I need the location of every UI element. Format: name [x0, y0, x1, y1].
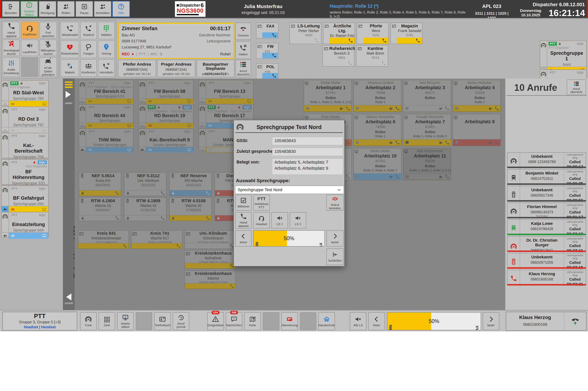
system-button[interactable]: Rollen — [57, 1, 75, 17]
bottom-button[interactable]: Haustechnik — [318, 312, 335, 330]
call-item[interactable]: Unbekannt 06602971055 Leitungsname lang … — [507, 253, 586, 269]
bottom-button[interactable]: Karte — [244, 312, 261, 330]
volume-down-button[interactable]: leiser — [235, 230, 252, 246]
hold-button[interactable]: Halten — [235, 41, 251, 59]
handset-button[interactable]: Hand apparat — [235, 212, 252, 228]
monitor-listen-button[interactable]: Mithören — [235, 195, 252, 210]
system-button[interactable]: Beenden — [2, 1, 20, 17]
call-function-button[interactable]: Ortung — [98, 40, 115, 58]
talkgroup-tile[interactable]: PTT SQU Einsatzleitung Sprechgruppe 64A — [1, 212, 49, 237]
alarm-icon — [10, 128, 15, 133]
speaker-toggle[interactable] — [2, 232, 9, 239]
talkgroup-tile[interactable]: PTT SQU PTT Originator RD Süd-West Sprec… — [1, 80, 49, 105]
bottom-button[interactable]: Ziele — [99, 312, 115, 330]
bottom-button[interactable]: 034 Ereignisliste — [207, 312, 224, 330]
talkgroup-tile[interactable]: PTT SQU BF Gefahrgut Sprechgruppe 09S — [1, 186, 49, 211]
speed-dial-tile[interactable]: FW 112 — [256, 43, 278, 59]
bottom-button[interactable]: Alarmierung — [281, 312, 298, 330]
speaker-toggle[interactable] — [2, 206, 9, 212]
audio-button[interactable]: Frei sprechen — [40, 22, 57, 38]
internal-dial-tile[interactable]: Pforte West 5101 — [357, 23, 389, 44]
all-speakers-button[interactable]: Alle LS — [350, 312, 366, 330]
volume-slider[interactable]: MIN 50% MAX — [253, 230, 325, 246]
ptt-status-box[interactable]: PTT Gruppe 3, Gruppe 5 [+3] Headset | Ha… — [2, 312, 77, 330]
audio-button[interactable]: eCall-Daten anfordern — [40, 57, 57, 77]
bottom-button[interactable]: Anruf journal — [173, 312, 189, 330]
bottom-button[interactable] — [136, 312, 152, 330]
speed-dial-tile[interactable]: POL 110 — [256, 63, 278, 79]
bottom-button[interactable]: 008 Nachrichten — [226, 312, 242, 330]
call-item[interactable]: Benjamin Winkel 06814751611 Leitungsname… — [507, 169, 586, 185]
bottom-button[interactable]: Funk — [80, 312, 97, 330]
internal-dial-tile[interactable]: LS-Leitung Peter Stefan 5600 — [289, 23, 321, 44]
talkgroup-tile[interactable]: PTT SQU RD Ost 3 Sprechgruppe 78Z — [1, 106, 49, 132]
audio-button[interactable]: Kopfhörer — [21, 22, 38, 38]
speaker-toggle[interactable] — [2, 127, 9, 133]
call-function-button[interactable]: Vermitteln — [98, 59, 115, 77]
bottom-button[interactable]: Arbeits plätze — [117, 312, 134, 330]
call-item[interactable]: Florian Himmel 06998140373 Techniker Lei… — [507, 203, 586, 218]
call-overview-button[interactable]: Anruf übersicht — [567, 80, 586, 95]
mic-icon — [159, 52, 163, 56]
talkgroup-select[interactable]: Sprechgruppe Test Nord — [235, 186, 344, 194]
talkgroup-tile[interactable]: PTT SQU SQU Originator BF Höhenrettung S… — [1, 159, 49, 185]
call-function-button[interactable]: Makeln — [61, 59, 79, 77]
bottom-button[interactable] — [263, 312, 279, 330]
system-button[interactable]: Anmelden — [94, 1, 111, 17]
volume-down-button[interactable]: leiser — [368, 312, 385, 330]
held-call-tile[interactable]: Baumgartner Stephanie 06761444719 gehalt… — [196, 60, 234, 77]
call-function-button[interactable]: Rückruf — [80, 22, 97, 39]
master-volume-slider[interactable]: MIN 50% MAX — [387, 312, 481, 330]
speaker-toggle[interactable] — [2, 101, 9, 107]
volume-up-button[interactable]: lauter — [483, 312, 499, 330]
internal-dial-tile[interactable]: Ruhebereich Bereich 3 5901 — [323, 45, 354, 67]
call-item[interactable]: Dr. Dr. Christian Burger 06882612641 Die… — [507, 236, 586, 252]
system-button[interactable]: Hilfe — [112, 1, 130, 17]
internal-dial-tile[interactable]: Ärztliche Ltg. Dr. Rainer Fritz 5700 — [323, 23, 355, 44]
held-calls: Pfeifer Andrea 06995871541 gehalten seit… — [118, 60, 234, 77]
audio-button[interactable]: Audio Einstellung — [3, 57, 20, 77]
call-function-button[interactable]: Konferenz — [80, 59, 97, 77]
audio-button[interactable]: Mikrophon stumm — [40, 40, 57, 56]
answer-call-button[interactable] — [564, 312, 586, 330]
speaker1-button[interactable]: LS 1 — [271, 212, 288, 228]
bottom-button[interactable]: Telefonbuch — [154, 312, 171, 330]
call-function-button[interactable]: Reanimation — [61, 40, 79, 58]
system-button[interactable]: Pause — [75, 1, 93, 17]
call-line-name: Leitungsname lang — [564, 170, 586, 176]
talkgroup-tile[interactable]: PTT SQU Kat.-Bereitschaft Sprechgruppe 7… — [1, 133, 49, 158]
bottom-button[interactable] — [300, 312, 316, 330]
call-function-button[interactable]: Wiederwahl — [61, 22, 79, 39]
prev-page-icon[interactable] — [66, 293, 71, 300]
audio-button[interactable]: Hand apparat — [3, 22, 20, 38]
headset-button[interactable]: Headset — [253, 212, 270, 228]
next-page-icon[interactable] — [65, 91, 71, 98]
selective-ptt-button[interactable]: PTT Selektives PTT — [253, 195, 270, 210]
end-emergency-button[interactable]: Notruf beenden — [327, 195, 343, 210]
internal-dial-tile[interactable]: Magazin Frank Seiwald 5781 — [391, 23, 422, 44]
menu-icon[interactable] — [65, 82, 73, 88]
speed-dial-tile[interactable]: FAX — [256, 23, 278, 39]
call-state-bar — [507, 284, 586, 286]
call-overview-button[interactable]: Anruf übersicht — [235, 60, 251, 77]
call-item[interactable]: Klaus Herzog 06601600168 Leitungsname la… — [507, 270, 586, 286]
speaker2-button[interactable]: LS 2 — [290, 212, 306, 228]
held-call-tile[interactable]: Pfeifer Andrea 06995871541 gehalten seit… — [118, 60, 156, 77]
talkgroup-tile[interactable]: PTT SQU PTT Originator Sprechgruppe 1 No… — [540, 41, 587, 68]
call-item[interactable]: Unbekannt 06605917346 Leitungsname lang … — [507, 186, 586, 201]
internal-dial-tile[interactable]: Kantine Maik Brem 5213 — [356, 45, 388, 67]
audio-button[interactable]: Anrufsignal stumm — [3, 40, 20, 56]
system-button[interactable]: System Status — [20, 1, 38, 17]
disconnect-button[interactable]: Trennen — [235, 23, 251, 40]
call-item[interactable]: Katja Lowe 06819799428 Leitungsname lang… — [507, 219, 586, 235]
system-button[interactable]: Reinigung — [39, 1, 56, 17]
incoming-call-box[interactable]: Klaus Herzog 06601600168 — [506, 312, 587, 331]
call-function-button[interactable]: Fangen — [80, 40, 97, 58]
call-item[interactable]: Unbekannt 0999 123456789 Leitungsname la… — [507, 152, 586, 168]
audio-button[interactable] — [21, 57, 38, 77]
audio-button[interactable]: Lauthören — [21, 40, 38, 56]
call-function-button[interactable]: Wählen — [98, 22, 115, 39]
held-call-tile[interactable]: Prager Andreas 06995871541 gehalten seit… — [157, 60, 195, 77]
volume-up-button[interactable]: lauter — [327, 230, 343, 246]
close-dialog-button[interactable]: Schließen — [327, 249, 343, 265]
